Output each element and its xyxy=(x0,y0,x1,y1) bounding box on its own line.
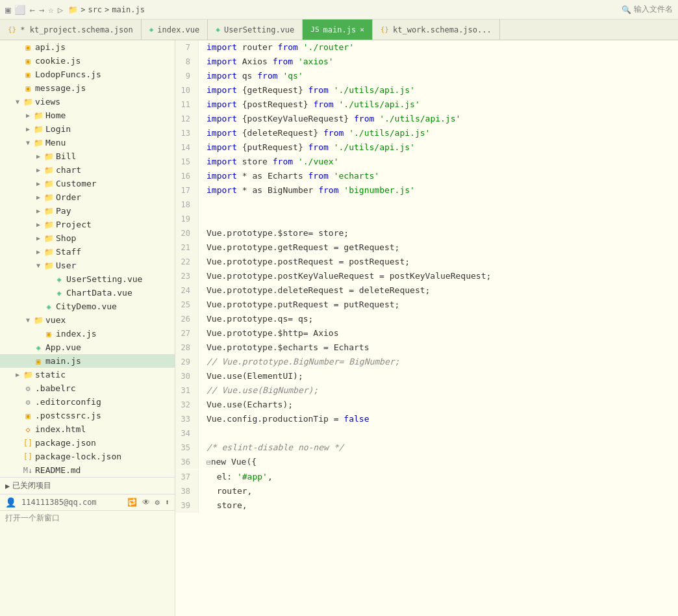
tree-icon-menu: 📁 xyxy=(32,138,44,148)
settings-icon[interactable]: ⚙ xyxy=(155,498,160,507)
tree-item-user[interactable]: ▼📁User xyxy=(0,259,175,272)
tree-item-shop[interactable]: ▶📁Shop xyxy=(0,231,175,245)
tree-icon-app_vue: ◈ xyxy=(32,343,44,352)
tree-item-staff[interactable]: ▶📁Staff xyxy=(0,245,175,259)
tree-item-package_json[interactable]: []package.json xyxy=(0,436,175,450)
view-icon[interactable]: 👁 xyxy=(142,498,150,507)
line-number-24: 24 xyxy=(175,283,199,298)
tree-item-vuex[interactable]: ▼📁vuex xyxy=(0,313,175,327)
tab-label-kt-project: * kt_project.schema.json xyxy=(20,25,132,34)
nav-forward-icon[interactable]: → xyxy=(39,5,44,15)
code-line-29: 29// Vue.prototype.BigNumber= BigNumber; xyxy=(175,355,678,369)
tree-arrow-menu: ▼ xyxy=(23,139,32,146)
tree-item-chart[interactable]: ▶📁chart xyxy=(0,163,175,177)
sidebar-action-icons: 🔁 👁 ⚙ ⬆ xyxy=(127,498,170,507)
tree-item-index_js[interactable]: ▣index.js xyxy=(0,327,175,340)
tree-arrow-views: ▼ xyxy=(13,98,22,105)
open-window-link[interactable]: 打开一个新窗口 xyxy=(0,510,175,526)
tree-item-menu[interactable]: ▼📁Menu xyxy=(0,136,175,149)
code-line-7: 7import router from './router' xyxy=(175,40,678,55)
tab-kt-work[interactable]: {} kt_work.schema.jso... xyxy=(373,19,500,40)
line-content-27: Vue.prototype.$http= Axios xyxy=(199,326,678,340)
tree-item-editorconfig[interactable]: ⚙.editorconfig xyxy=(0,395,175,409)
token: from xyxy=(313,99,333,109)
tree-label-citydemo_file: CityDemo.vue xyxy=(56,302,117,311)
nav-back-icon[interactable]: ← xyxy=(29,5,34,15)
tree-icon-customer: 📁 xyxy=(43,179,55,188)
tree-icon-postcssrc: ▣ xyxy=(22,411,34,420)
tree-item-citydemo_file[interactable]: ◈CityDemo.vue xyxy=(0,300,175,313)
token: from xyxy=(278,42,298,52)
tree-item-order[interactable]: ▶📁Order xyxy=(0,190,175,204)
line-content-11: import {postRequest} from './utils/api.j… xyxy=(199,97,678,112)
tree-label-usersetting_file: UserSetting.vue xyxy=(66,274,142,284)
tree-item-api[interactable]: ▣api.js xyxy=(0,40,175,54)
tab-icon-main-js: JS xyxy=(310,25,319,34)
tree-item-project[interactable]: ▶📁Project xyxy=(0,218,175,231)
code-line-10: 10import {getRequest} from './utils/api.… xyxy=(175,83,678,97)
token: from xyxy=(354,114,374,123)
tree-arrow-pay: ▶ xyxy=(34,207,43,214)
code-editor[interactable]: 7import router from './router'8import Ax… xyxy=(175,40,678,616)
tree-arrow-vuex: ▼ xyxy=(23,316,32,324)
line-number-21: 21 xyxy=(175,240,199,255)
window-icon-square[interactable]: ⬜ xyxy=(14,5,25,15)
line-number-28: 28 xyxy=(175,340,199,355)
tab-usersetting[interactable]: ◈ UserSetting.vue xyxy=(208,19,303,40)
refresh-icon[interactable]: 🔁 xyxy=(127,498,137,507)
token: import xyxy=(207,171,237,181)
tree-item-login[interactable]: ▶📁Login xyxy=(0,122,175,136)
tab-kt-project[interactable]: {} * kt_project.schema.json xyxy=(0,19,142,40)
tree-item-customer[interactable]: ▶📁Customer xyxy=(0,177,175,190)
tree-arrow-home: ▶ xyxy=(23,112,32,119)
tree-item-app_vue[interactable]: ◈App.vue xyxy=(0,340,175,354)
code-line-23: 23Vue.prototype.postKeyValueRequest = po… xyxy=(175,269,678,283)
tree-item-home[interactable]: ▶📁Home xyxy=(0,109,175,122)
tree-label-lodopfuncs: LodopFuncs.js xyxy=(35,70,101,79)
tab-close-main-js[interactable]: ✕ xyxy=(360,25,364,34)
tab-main-js[interactable]: JS main.js ✕ xyxy=(303,19,372,40)
tree-label-api: api.js xyxy=(35,42,66,52)
tree-item-pay[interactable]: ▶📁Pay xyxy=(0,204,175,218)
upload-icon[interactable]: ⬆ xyxy=(165,498,170,507)
tree-icon-chartdata_file: ◈ xyxy=(53,289,65,298)
tree-item-package_lock[interactable]: []package-lock.json xyxy=(0,450,175,463)
line-content-13: import {deleteRequest} from './utils/api… xyxy=(199,126,678,140)
token: import xyxy=(207,157,237,166)
tree-label-message: message.js xyxy=(35,83,86,93)
line-number-13: 13 xyxy=(175,126,199,140)
tree-item-views[interactable]: ▼📁views xyxy=(0,95,175,109)
tree-item-lodopfuncs[interactable]: ▣LodopFuncs.js xyxy=(0,68,175,81)
tree-item-bill[interactable]: ▶📁Bill xyxy=(0,149,175,163)
line-content-9: import qs from 'qs' xyxy=(199,69,678,83)
tree-item-postcssrc[interactable]: ▣.postcssrc.js xyxy=(0,409,175,422)
window-controls[interactable]: ▣ ⬜ ← → ☆ ▷ xyxy=(5,5,63,15)
tree-item-cookie[interactable]: ▣cookie.js xyxy=(0,54,175,68)
tree-item-readme[interactable]: M↓README.md xyxy=(0,463,175,477)
bookmark-icon[interactable]: ☆ xyxy=(48,5,53,15)
tree-label-user: User xyxy=(56,261,76,270)
tab-index-vue[interactable]: ◈ index.vue xyxy=(142,19,208,40)
token: './router' xyxy=(303,42,354,52)
tree-item-index_html[interactable]: ◇index.html xyxy=(0,422,175,436)
line-content-31: // Vue.use(BigNumber); xyxy=(199,383,678,398)
tree-label-customer: Customer xyxy=(56,179,97,188)
tree-item-message[interactable]: ▣message.js xyxy=(0,81,175,95)
tree-icon-message: ▣ xyxy=(22,84,34,93)
code-line-33: 33Vue.config.productionTip = false xyxy=(175,412,678,426)
tree-item-usersetting_file[interactable]: ◈UserSetting.vue xyxy=(0,272,175,286)
tree-label-babelrc: .babelrc xyxy=(35,383,76,393)
token: // Vue.use(BigNumber); xyxy=(207,385,318,395)
window-icon-grid[interactable]: ▣ xyxy=(5,5,10,15)
tree-label-readme: README.md xyxy=(35,465,81,475)
line-content-7: import router from './router' xyxy=(199,40,678,55)
tree-item-babelrc[interactable]: ⚙.babelrc xyxy=(0,381,175,395)
collapsed-projects[interactable]: ▶ 已关闭项目 xyxy=(0,477,175,494)
line-content-15: import store from './vuex' xyxy=(199,155,678,169)
run-icon[interactable]: ▷ xyxy=(58,5,63,15)
tree-item-static[interactable]: ▶📁static xyxy=(0,368,175,381)
tree-item-main_js_file[interactable]: ▣main.js xyxy=(0,354,175,368)
file-search[interactable]: 🔍 输入文件名 xyxy=(622,4,673,15)
line-content-16: import * as Echarts from 'echarts' xyxy=(199,169,678,183)
tree-item-chartdata_file[interactable]: ◈ChartData.vue xyxy=(0,286,175,300)
